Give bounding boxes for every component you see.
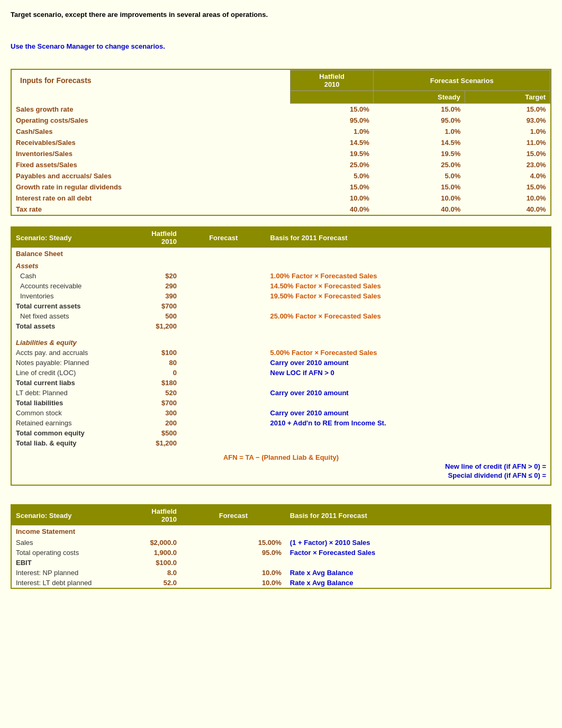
bs-liability-row: Total common equity $500 — [12, 428, 550, 438]
bs-hatfield-header: Hatfield 2010 — [117, 228, 181, 248]
bs-row-label: Cash — [12, 271, 117, 281]
is-row: EBIT $100.0 — [12, 558, 550, 568]
bs-row-hatfield: 200 — [117, 418, 181, 428]
bs-row-factor — [181, 291, 266, 301]
afn-line1: AFN = TA − (Planned Liab & Equity) — [16, 453, 546, 461]
inputs-row-label: Cash/Sales — [12, 126, 290, 137]
is-basis-header: Basis for 2011 Forecast — [286, 505, 550, 525]
inputs-row-target: 15.0% — [465, 104, 550, 115]
inputs-row-label: Growth rate in regular dividends — [12, 181, 290, 193]
inputs-row-hatfield: 14.5% — [290, 137, 374, 148]
is-row-hatfield: 1,900.0 — [117, 548, 181, 558]
inputs-row-steady: 19.5% — [374, 148, 465, 159]
bs-row-factor — [181, 438, 266, 448]
bs-row-basis: Carry over 2010 amount — [266, 388, 550, 398]
inputs-row: Cash/Sales 1.0% 1.0% 1.0% — [12, 126, 550, 137]
hatfield-header: Hatfield — [319, 72, 345, 80]
inputs-row-steady: 1.0% — [374, 126, 465, 137]
bs-row-label: Total common equity — [12, 428, 117, 438]
is-row: Interest: LT debt planned 52.0 10.0% Rat… — [12, 578, 550, 588]
bs-scenario-label: Scenario: Steady — [12, 228, 117, 248]
inputs-row-label: Payables and accruals/ Sales — [12, 170, 290, 181]
inputs-section: Inputs for Forecasts Hatfield 2010 Forec… — [11, 69, 551, 216]
is-row-label: EBIT — [12, 558, 117, 568]
forecast-scenarios-header: Forecast Scenarios — [430, 77, 494, 85]
liabilities-subheader: Liabilities & equity — [12, 336, 550, 348]
top-note: Target scenario, except there are improv… — [11, 11, 551, 19]
afn-line2: New line of credit (if AFN > 0) = — [16, 462, 546, 470]
bs-row-factor — [181, 388, 266, 398]
bs-row-basis — [266, 378, 550, 388]
is-row-basis: (1 + Factor) × 2010 Sales — [286, 538, 550, 548]
is-header-row: Income Statement — [12, 525, 550, 538]
bs-liability-row: Total liab. & equity $1,200 — [12, 438, 550, 448]
bs-row-factor — [181, 321, 266, 331]
bs-row-basis: Carry over 2010 amount — [266, 408, 550, 418]
is-row-factor — [181, 558, 286, 568]
bs-asset-row: Cash $20 1.00% Factor × Forecasted Sales — [12, 271, 550, 281]
bs-row-label: Total current liabs — [12, 378, 117, 388]
inputs-row-target: 10.0% — [465, 193, 550, 204]
bs-liability-row: Line of credit (LOC) 0 New LOC if AFN > … — [12, 368, 550, 378]
inputs-row-hatfield: 10.0% — [290, 193, 374, 204]
inputs-row: Receivables/Sales 14.5% 14.5% 11.0% — [12, 137, 550, 148]
bs-liability-row: Retained earnings 200 2010 + Add'n to RE… — [12, 418, 550, 428]
is-row-basis — [286, 558, 550, 568]
is-row-factor: 95.0% — [181, 548, 286, 558]
bs-row-label: Total assets — [12, 321, 117, 331]
bs-row-basis: Carry over 2010 amount — [266, 358, 550, 368]
inputs-row: Sales growth rate 15.0% 15.0% 15.0% — [12, 104, 550, 115]
bs-row-basis — [266, 301, 550, 311]
inputs-row-steady: 5.0% — [374, 170, 465, 181]
inputs-row-steady: 14.5% — [374, 137, 465, 148]
bs-forecast-header: Forecast — [181, 228, 266, 248]
bs-row-basis: 5.00% Factor × Forecasted Sales — [266, 348, 550, 358]
bs-row-label: Accts pay. and accruals — [12, 348, 117, 358]
bs-row-factor — [181, 311, 266, 321]
inputs-title: Inputs for Forecasts — [16, 72, 96, 89]
inputs-row-target: 1.0% — [465, 126, 550, 137]
bs-row-basis — [266, 438, 550, 448]
bs-row-label: Total current assets — [12, 301, 117, 311]
is-row-label: Interest: LT debt planned — [12, 578, 117, 588]
bs-row-label: Inventories — [12, 291, 117, 301]
is-row-label: Sales — [12, 538, 117, 548]
is-row-hatfield: 52.0 — [117, 578, 181, 588]
afn-section: AFN = TA − (Planned Liab & Equity) New l… — [12, 448, 550, 485]
inputs-row-steady: 40.0% — [374, 204, 465, 215]
inputs-row-hatfield: 95.0% — [290, 115, 374, 126]
inputs-row-steady: 15.0% — [374, 181, 465, 193]
bs-row-hatfield: 390 — [117, 291, 181, 301]
inputs-row-steady: 95.0% — [374, 115, 465, 126]
is-row-hatfield: 8.0 — [117, 568, 181, 578]
bs-row-factor — [181, 281, 266, 291]
bs-row-hatfield: 500 — [117, 311, 181, 321]
inputs-row-label: Tax rate — [12, 204, 290, 215]
is-row-factor: 10.0% — [181, 578, 286, 588]
inputs-row-target: 93.0% — [465, 115, 550, 126]
bs-asset-row: Accounts receivable 290 14.50% Factor × … — [12, 281, 550, 291]
bs-row-factor — [181, 378, 266, 388]
bs-row-hatfield: 520 — [117, 388, 181, 398]
bs-row-hatfield: 0 — [117, 368, 181, 378]
balance-sheet-section: Scenario: Steady Hatfield 2010 Forecast … — [11, 226, 551, 486]
inputs-row-label: Fixed assets/Sales — [12, 159, 290, 170]
bs-row-factor — [181, 428, 266, 438]
inputs-row-target: 11.0% — [465, 137, 550, 148]
bs-row-factor — [181, 301, 266, 311]
inputs-row: Operating costs/Sales 95.0% 95.0% 93.0% — [12, 115, 550, 126]
inputs-row-label: Operating costs/Sales — [12, 115, 290, 126]
bs-row-hatfield: $700 — [117, 301, 181, 311]
is-row-basis: Rate x Avg Balance — [286, 568, 550, 578]
assets-label: Assets — [12, 260, 550, 271]
inputs-row: Interest rate on all debt 10.0% 10.0% 10… — [12, 193, 550, 204]
bs-row-basis: 2010 + Add'n to RE from Income St. — [266, 418, 550, 428]
bs-row-label: Notes payable: Planned — [12, 358, 117, 368]
bs-row-basis — [266, 428, 550, 438]
bs-row-hatfield: 300 — [117, 408, 181, 418]
is-forecast-header: Forecast — [181, 505, 286, 525]
bs-row-label: Total liab. & equity — [12, 438, 117, 448]
bs-row-hatfield: $20 — [117, 271, 181, 281]
inputs-row-hatfield: 15.0% — [290, 104, 374, 115]
bs-row-label: Total liabilities — [12, 398, 117, 408]
